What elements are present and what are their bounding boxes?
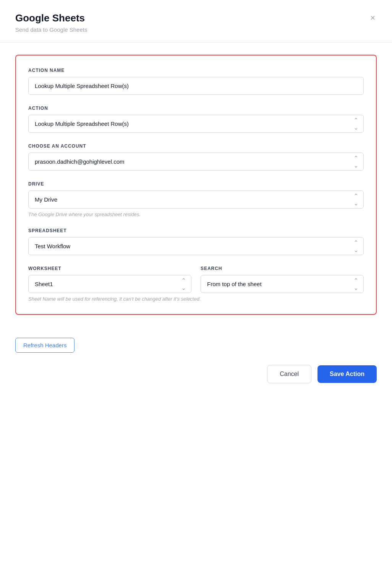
worksheet-select[interactable]: Sheet1: [28, 275, 191, 293]
modal-header: Google Sheets Send data to Google Sheets…: [0, 0, 392, 42]
account-select[interactable]: prasoon.dadhich@gohighlevel.com: [28, 153, 364, 171]
search-select-wrapper: From top of the sheet ⌃⌄: [201, 275, 364, 293]
action-select-wrapper: Lookup Multiple Spreadsheet Row(s) ⌃⌄: [28, 115, 364, 133]
modal-container: Google Sheets Send data to Google Sheets…: [0, 0, 392, 573]
cancel-button[interactable]: Cancel: [267, 365, 311, 383]
close-button[interactable]: ×: [369, 12, 377, 24]
search-label: SEARCH: [201, 266, 364, 271]
modal-title: Google Sheets: [15, 12, 377, 24]
account-group: CHOOSE AN ACCOUNT prasoon.dadhich@gohigh…: [28, 143, 364, 171]
two-col-row: WORKSHEET Sheet1 ⌃⌄ SEARCH From top: [28, 266, 364, 293]
refresh-headers-button[interactable]: Refresh Headers: [15, 338, 75, 353]
drive-select[interactable]: My Drive: [28, 190, 364, 208]
refresh-button-row: Refresh Headers: [15, 338, 377, 353]
modal-body: ACTION NAME ACTION Lookup Multiple Sprea…: [0, 42, 392, 338]
action-name-input[interactable]: [28, 77, 364, 95]
worksheet-select-wrapper: Sheet1 ⌃⌄: [28, 275, 191, 293]
search-select[interactable]: From top of the sheet: [201, 275, 364, 293]
drive-select-wrapper: My Drive ⌃⌄: [28, 190, 364, 208]
sheet-hint: Sheet Name will be used for referencing,…: [28, 296, 364, 302]
spreadsheet-label: SPREADSHEET: [28, 228, 364, 233]
bottom-buttons-row: Cancel Save Action: [15, 362, 377, 383]
account-select-wrapper: prasoon.dadhich@gohighlevel.com ⌃⌄: [28, 153, 364, 171]
spreadsheet-select-wrapper: Test Workflow ⌃⌄: [28, 237, 364, 255]
form-section: ACTION NAME ACTION Lookup Multiple Sprea…: [15, 55, 377, 315]
worksheet-subgroup: WORKSHEET Sheet1 ⌃⌄: [28, 266, 191, 293]
action-name-group: ACTION NAME: [28, 68, 364, 95]
account-label: CHOOSE AN ACCOUNT: [28, 143, 364, 149]
spreadsheet-group: SPREADSHEET Test Workflow ⌃⌄: [28, 228, 364, 255]
action-label: ACTION: [28, 106, 364, 111]
spreadsheet-select[interactable]: Test Workflow: [28, 237, 364, 255]
action-name-label: ACTION NAME: [28, 68, 364, 73]
action-group: ACTION Lookup Multiple Spreadsheet Row(s…: [28, 106, 364, 133]
worksheet-label: WORKSHEET: [28, 266, 191, 271]
modal-subtitle: Send data to Google Sheets: [15, 26, 377, 33]
drive-group: DRIVE My Drive ⌃⌄ The Google Drive where…: [28, 181, 364, 217]
save-action-button[interactable]: Save Action: [317, 365, 377, 383]
action-select[interactable]: Lookup Multiple Spreadsheet Row(s): [28, 115, 364, 133]
worksheet-search-group: WORKSHEET Sheet1 ⌃⌄ SEARCH From top: [28, 266, 364, 302]
modal-footer: Refresh Headers Cancel Save Action: [0, 338, 392, 392]
drive-hint: The Google Drive where your spreadsheet …: [28, 212, 364, 217]
drive-label: DRIVE: [28, 181, 364, 187]
search-subgroup: SEARCH From top of the sheet ⌃⌄: [201, 266, 364, 293]
